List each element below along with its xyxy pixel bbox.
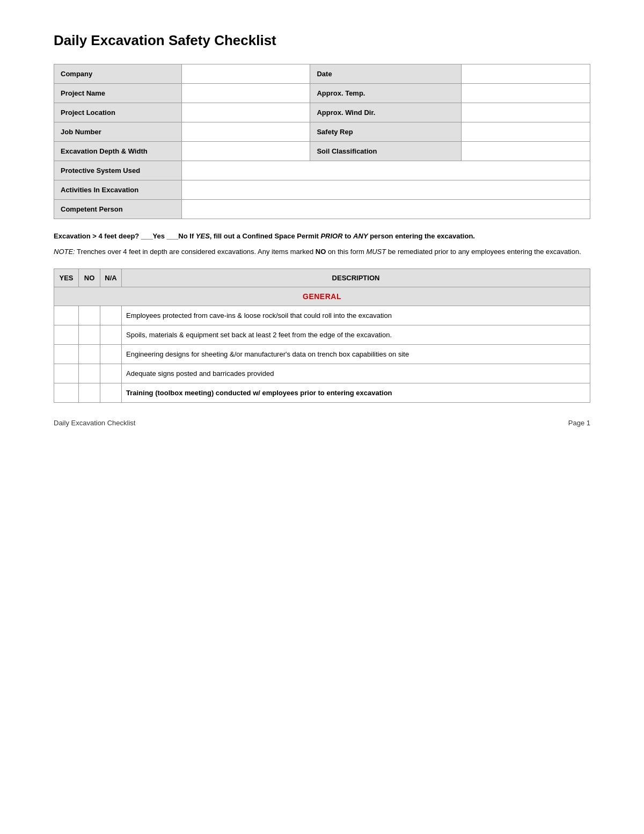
- label-company: Company: [54, 64, 182, 84]
- label-date: Date: [310, 64, 462, 84]
- page-title: Daily Excavation Safety Checklist: [54, 32, 590, 49]
- check-yes-4[interactable]: [54, 364, 79, 383]
- notice-remediation: NOTE: Trenches over 4 feet in depth are …: [54, 246, 590, 258]
- value-company[interactable]: [181, 64, 310, 84]
- section-general-header: GENERAL: [54, 287, 590, 306]
- desc-5: Training (toolbox meeting) conducted w/ …: [122, 383, 590, 402]
- checklist-header-row: YES NO N/A DESCRIPTION: [54, 269, 590, 287]
- value-competent-person[interactable]: [181, 200, 590, 219]
- value-protective-system[interactable]: [181, 161, 590, 180]
- info-row-protective: Protective System Used: [54, 161, 590, 180]
- desc-3: Engineering designs for sheeting &/or ma…: [122, 344, 590, 364]
- label-approx-temp: Approx. Temp.: [310, 84, 462, 103]
- checklist-item-5: Training (toolbox meeting) conducted w/ …: [54, 383, 590, 402]
- check-na-3[interactable]: [100, 344, 122, 364]
- value-date[interactable]: [462, 64, 590, 84]
- checklist-item-4: Adequate signs posted and barricades pro…: [54, 364, 590, 383]
- footer-left: Daily Excavation Checklist: [54, 419, 135, 427]
- check-no-4[interactable]: [79, 364, 100, 383]
- desc-4: Adequate signs posted and barricades pro…: [122, 364, 590, 383]
- value-approx-temp[interactable]: [462, 84, 590, 103]
- header-description: DESCRIPTION: [122, 269, 590, 287]
- label-project-location: Project Location: [54, 103, 182, 122]
- info-row-jobnumber-safetyrep: Job Number Safety Rep: [54, 122, 590, 142]
- check-na-4[interactable]: [100, 364, 122, 383]
- info-row-competent: Competent Person: [54, 200, 590, 219]
- info-row-company-date: Company Date: [54, 64, 590, 84]
- check-no-3[interactable]: [79, 344, 100, 364]
- page-footer: Daily Excavation Checklist Page 1: [54, 419, 590, 427]
- value-activities[interactable]: [181, 180, 590, 200]
- label-soil-classification: Soil Classification: [310, 142, 462, 161]
- check-na-1[interactable]: [100, 306, 122, 325]
- checklist-table: YES NO N/A DESCRIPTION GENERAL Employees…: [54, 269, 590, 403]
- label-safety-rep: Safety Rep: [310, 122, 462, 142]
- check-na-2[interactable]: [100, 325, 122, 344]
- header-na: N/A: [100, 269, 122, 287]
- header-no: NO: [79, 269, 100, 287]
- check-na-5[interactable]: [100, 383, 122, 402]
- check-yes-1[interactable]: [54, 306, 79, 325]
- info-row-location-wind: Project Location Approx. Wind Dir.: [54, 103, 590, 122]
- label-project-name: Project Name: [54, 84, 182, 103]
- label-protective-system: Protective System Used: [54, 161, 182, 180]
- info-row-projectname-temp: Project Name Approx. Temp.: [54, 84, 590, 103]
- value-safety-rep[interactable]: [462, 122, 590, 142]
- value-project-name[interactable]: [181, 84, 310, 103]
- check-yes-5[interactable]: [54, 383, 79, 402]
- check-no-2[interactable]: [79, 325, 100, 344]
- info-row-activities: Activities In Excavation: [54, 180, 590, 200]
- checklist-item-2: Spoils, materials & equipment set back a…: [54, 325, 590, 344]
- label-activities: Activities In Excavation: [54, 180, 182, 200]
- info-row-depth-soil: Excavation Depth & Width Soil Classifica…: [54, 142, 590, 161]
- value-soil-classification[interactable]: [462, 142, 590, 161]
- notice-section: Excavation > 4 feet deep? ___Yes ___No I…: [54, 231, 590, 258]
- footer-right: Page 1: [568, 419, 590, 427]
- check-no-5[interactable]: [79, 383, 100, 402]
- check-yes-3[interactable]: [54, 344, 79, 364]
- label-excavation-depth: Excavation Depth & Width: [54, 142, 182, 161]
- checklist-item-3: Engineering designs for sheeting &/or ma…: [54, 344, 590, 364]
- checklist-item-1: Employees protected from cave-ins & loos…: [54, 306, 590, 325]
- notice-confined-space-text: Excavation > 4 feet deep? ___Yes ___No I…: [54, 232, 475, 240]
- check-yes-2[interactable]: [54, 325, 79, 344]
- label-competent-person: Competent Person: [54, 200, 182, 219]
- check-no-1[interactable]: [79, 306, 100, 325]
- section-general-label: GENERAL: [54, 287, 590, 306]
- label-approx-wind: Approx. Wind Dir.: [310, 103, 462, 122]
- desc-2: Spoils, materials & equipment set back a…: [122, 325, 590, 344]
- info-table: Company Date Project Name Approx. Temp. …: [54, 64, 590, 219]
- header-yes: YES: [54, 269, 79, 287]
- notice-remediation-text: NOTE: Trenches over 4 feet in depth are …: [54, 248, 581, 256]
- desc-1: Employees protected from cave-ins & loos…: [122, 306, 590, 325]
- notice-confined-space: Excavation > 4 feet deep? ___Yes ___No I…: [54, 231, 590, 242]
- value-project-location[interactable]: [181, 103, 310, 122]
- label-job-number: Job Number: [54, 122, 182, 142]
- value-excavation-depth[interactable]: [181, 142, 310, 161]
- value-job-number[interactable]: [181, 122, 310, 142]
- value-approx-wind[interactable]: [462, 103, 590, 122]
